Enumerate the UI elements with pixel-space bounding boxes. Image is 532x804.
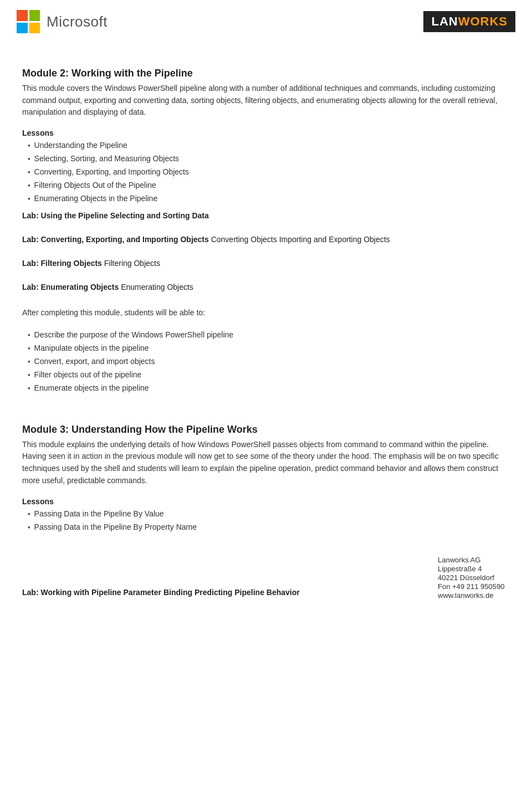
module2-lab2-detail: Converting Objects Importing and Exporti… (211, 235, 390, 244)
ms-square-blue (17, 23, 28, 34)
page: Microsoft LANWORKS Module 2: Working wit… (0, 0, 532, 804)
list-item: Passing Data in the Pipeline By Property… (28, 521, 510, 533)
list-item: Filtering Objects Out of the Pipeline (28, 180, 510, 191)
module3-description1: This module explains the underlying deta… (22, 439, 510, 487)
module3-lab: Lab: Working with Pipeline Parameter Bin… (22, 587, 421, 598)
list-item: Passing Data in the Pipeline By Value (28, 508, 510, 520)
list-item: Selecting, Sorting, and Measuring Object… (28, 153, 510, 165)
module3-lab-bold: Lab: Working with Pipeline Parameter Bin… (22, 588, 300, 597)
footer-phone: Fon +49 211 950590 (438, 582, 510, 591)
footer-address: Lanworks AG Lippestraße 4 40221 Düsseldo… (421, 555, 510, 600)
module2-section: Module 2: Working with the Pipeline This… (22, 55, 510, 394)
ms-square-yellow (29, 23, 40, 34)
list-item: Filter objects out of the pipeline (28, 369, 510, 381)
module2-lab4-detail: Enumerating Objects (121, 283, 193, 291)
module2-lab1: Lab: Using the Pipeline Selecting and So… (22, 210, 510, 222)
list-item: Convert, export, and import objects (28, 356, 510, 367)
ms-square-red (17, 10, 28, 21)
module2-lessons-list: Understanding the Pipeline Selecting, So… (28, 140, 510, 204)
footer-row: Lab: Working with Pipeline Parameter Bin… (22, 555, 510, 600)
module3-title: Module 3: Understanding How the Pipeline… (22, 424, 510, 436)
module2-lab1-bold: Lab: Using the Pipeline Selecting and So… (22, 211, 209, 220)
module3-section: Module 3: Understanding How the Pipeline… (22, 424, 510, 600)
list-item: Enumerating Objects in the Pipeline (28, 193, 510, 204)
module3-lessons-label: Lessons (22, 497, 510, 506)
lanworks-logo: LANWORKS (423, 11, 515, 32)
module2-lab4-bold: Lab: Enumerating Objects (22, 283, 119, 291)
footer-city: 40221 Düsseldorf (438, 573, 510, 582)
module2-after-label: After completing this module, students w… (22, 307, 510, 319)
main-content: Module 2: Working with the Pipeline This… (0, 39, 532, 617)
list-item: Understanding the Pipeline (28, 140, 510, 151)
microsoft-text: Microsoft (47, 13, 108, 30)
header: Microsoft LANWORKS (0, 0, 532, 39)
lan-text: LAN (431, 14, 458, 28)
works-text: WORKS (458, 14, 508, 28)
footer-company: Lanworks AG (438, 556, 510, 564)
module3-lessons-list: Passing Data in the Pipeline By Value Pa… (28, 508, 510, 533)
list-item: Converting, Exporting, and Importing Obj… (28, 166, 510, 178)
module2-lab4: Lab: Enumerating Objects Enumerating Obj… (22, 281, 510, 293)
module2-objectives-list: Describe the purpose of the Windows Powe… (28, 329, 510, 394)
module2-title: Module 2: Working with the Pipeline (22, 68, 510, 79)
module2-lab3-bold: Lab: Filtering Objects (22, 259, 102, 268)
footer-lab-section: Lab: Working with Pipeline Parameter Bin… (22, 583, 421, 600)
module2-lab2: Lab: Converting, Exporting, and Importin… (22, 234, 510, 245)
ms-squares-icon (17, 10, 40, 33)
module2-lab3-detail: Filtering Objects (104, 259, 160, 268)
list-item: Manipulate objects in the pipeline (28, 342, 510, 354)
footer-address-line: Lippestraße 4 (438, 565, 510, 573)
module2-lab3: Lab: Filtering Objects Filtering Objects (22, 258, 510, 269)
module2-lab2-bold: Lab: Converting, Exporting, and Importin… (22, 235, 209, 244)
ms-square-green (29, 10, 40, 21)
footer-website: www.lanworks.de (438, 591, 510, 600)
module2-description: This module covers the Windows PowerShel… (22, 83, 510, 119)
microsoft-logo: Microsoft (17, 10, 108, 33)
module2-lessons-label: Lessons (22, 129, 510, 137)
list-item: Describe the purpose of the Windows Powe… (28, 329, 510, 341)
list-item: Enumerate objects in the pipeline (28, 382, 510, 394)
